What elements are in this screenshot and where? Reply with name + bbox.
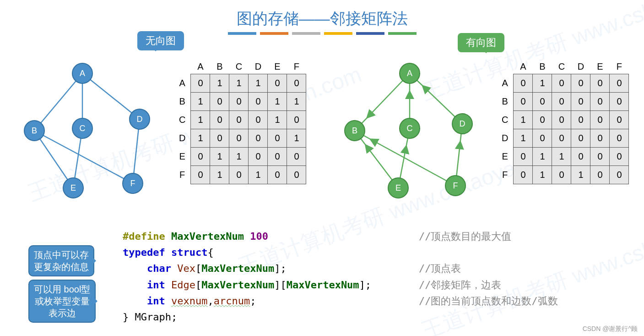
- code-comments: //顶点数目的最大值 //顶点表 //邻接矩阵，边表 //图的当前顶点数和边数/…: [419, 228, 558, 309]
- note-edge: 可以用 bool型或枚举型变量表示边: [28, 280, 96, 323]
- directed-matrix: ABCDEFA010000B000000C100000D100000E01100…: [497, 60, 629, 184]
- page-title: 图的存储——邻接矩阵法: [237, 8, 408, 29]
- undirected-graph: ABCDEF: [18, 46, 169, 211]
- svg-line-24: [355, 131, 455, 186]
- svg-text:C: C: [80, 124, 86, 133]
- svg-text:F: F: [453, 181, 458, 190]
- title-underline: [228, 32, 417, 35]
- svg-text:D: D: [460, 119, 465, 128]
- directed-graph: ABCDEF: [334, 46, 485, 211]
- svg-text:B: B: [32, 126, 37, 135]
- svg-text:A: A: [80, 69, 85, 78]
- svg-line-20: [410, 73, 462, 124]
- svg-text:D: D: [137, 115, 143, 124]
- undirected-matrix: ABCDEFA011100B100011C100010D100001E01100…: [174, 60, 306, 184]
- svg-text:E: E: [70, 183, 76, 193]
- code-block: #define MaxVertexNum 100 typedef struct{…: [123, 228, 371, 325]
- svg-text:F: F: [130, 179, 135, 188]
- svg-line-2: [82, 73, 140, 119]
- svg-text:E: E: [395, 183, 401, 193]
- svg-text:B: B: [352, 126, 357, 135]
- note-vertex: 顶点中可以存更复杂的信息: [28, 245, 94, 276]
- svg-line-22: [355, 131, 398, 188]
- svg-text:A: A: [407, 69, 412, 78]
- credit: CSDN @谢景行^顾: [583, 325, 638, 333]
- svg-text:C: C: [407, 124, 413, 133]
